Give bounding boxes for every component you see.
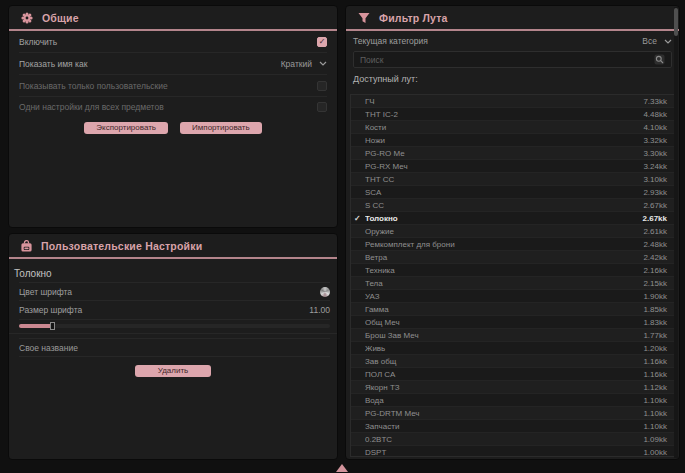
- loot-list-item[interactable]: Брош Зав Меч 1.77kk: [351, 329, 674, 342]
- loot-item-value: 1.09kk: [643, 435, 667, 444]
- loot-list-item[interactable]: Гамма 1.85kk: [351, 303, 674, 316]
- enable-checkbox[interactable]: [317, 37, 327, 47]
- category-row: Текущая категория Все: [353, 31, 672, 51]
- import-button[interactable]: Импортировать: [180, 122, 262, 134]
- loot-item-value: 1.20kk: [643, 344, 667, 353]
- loot-list-item[interactable]: DSPT 1.00kk: [351, 446, 674, 457]
- loot-list-item[interactable]: ТНТ СС 3.10kk: [351, 173, 674, 186]
- loot-list-item[interactable]: Ветра 2.42kk: [351, 251, 674, 264]
- font-size-value: 11.00: [309, 305, 330, 315]
- scrollbar-thumb[interactable]: [674, 8, 678, 36]
- loot-item-name: Толокно: [365, 214, 643, 223]
- loot-list-item[interactable]: Зав общ 1.16kk: [351, 355, 674, 368]
- color-wheel-icon[interactable]: [320, 287, 330, 297]
- search-icon[interactable]: [654, 54, 665, 65]
- loot-list-item[interactable]: Ножи 3.32kk: [351, 134, 674, 147]
- loot-item-name: PG-DRTM Меч: [365, 409, 643, 418]
- loot-item-value: 2.16kk: [643, 266, 667, 275]
- loot-item-value: 1.00kk: [643, 448, 667, 457]
- loot-item-value: 2.67kk: [643, 201, 667, 210]
- loot-list: ГЧ 7.33kk ТНТ IC-2 4.48kk Кости 4.10kk Н…: [350, 94, 675, 457]
- loot-item-name: ТНТ СС: [365, 175, 643, 184]
- category-label: Текущая категория: [353, 36, 428, 46]
- slider-fill: [19, 324, 52, 328]
- backpack-icon: [21, 240, 32, 252]
- funnel-icon: [358, 12, 370, 24]
- loot-item-value: 4.48kk: [643, 110, 667, 119]
- search-input[interactable]: [360, 55, 648, 65]
- available-loot-label: Доступный лут:: [353, 74, 672, 84]
- loot-item-value: 1.85kk: [643, 305, 667, 314]
- loot-list-item[interactable]: УАЗ 1.90kk: [351, 290, 674, 303]
- slider-handle[interactable]: [50, 322, 55, 330]
- loot-list-item[interactable]: Ремкомплект для брони 2.48kk: [351, 238, 674, 251]
- same-settings-checkbox[interactable]: [317, 102, 327, 112]
- panel-general-header: Общие: [9, 6, 337, 29]
- loot-item-value: 4.10kk: [643, 123, 667, 132]
- panel-general-title: Общие: [42, 12, 79, 24]
- loot-item-value: 1.10kk: [643, 422, 667, 431]
- loot-list-item[interactable]: ПОЛ СА 1.16kk: [351, 368, 674, 381]
- panel-filter-header: Фильтр Лута: [346, 6, 679, 29]
- loot-list-item[interactable]: Запчасти 1.10kk: [351, 420, 674, 433]
- loot-list-item[interactable]: Техника 2.16kk: [351, 264, 674, 277]
- loot-item-name: Брош Зав Меч: [365, 331, 643, 340]
- loot-list-item[interactable]: PG-DRTM Меч 1.10kk: [351, 407, 674, 420]
- only-custom-checkbox[interactable]: [317, 81, 327, 91]
- loot-list-item[interactable]: Общ Меч 1.83kk: [351, 316, 674, 329]
- loot-item-name: Ножи: [365, 136, 643, 145]
- loot-item-name: S СС: [365, 201, 643, 210]
- loot-item-name: Запчасти: [365, 422, 643, 431]
- loot-list-item[interactable]: Живь 1.20kk: [351, 342, 674, 355]
- loot-item-value: 7.33kk: [643, 97, 667, 106]
- name-display-select[interactable]: Краткий: [281, 59, 327, 69]
- loot-list-item[interactable]: ✓ Толокно 2.67kk: [351, 212, 674, 225]
- loot-item-value: 2.42kk: [643, 253, 667, 262]
- category-select[interactable]: Все: [642, 36, 672, 46]
- loot-list-item[interactable]: SCA 2.93kk: [351, 186, 674, 199]
- loot-item-value: 1.12kk: [643, 383, 667, 392]
- loot-list-item[interactable]: Вода 1.10kk: [351, 394, 674, 407]
- loot-list-item[interactable]: PG-RO Ме 3.30kk: [351, 147, 674, 160]
- check-icon: ✓: [354, 212, 361, 225]
- loot-item-value: 1.16kk: [643, 357, 667, 366]
- panel-loot-filter: Фильтр Лута Текущая категория Все Доступ…: [345, 5, 680, 460]
- loot-item-value: 1.90kk: [643, 292, 667, 301]
- loot-item-name: Ремкомплект для брони: [365, 240, 643, 249]
- setting-row-name-display: Показать имя как Краткий: [19, 53, 327, 75]
- loot-list-item[interactable]: 0.2BTC 1.09kk: [351, 433, 674, 446]
- category-value: Все: [642, 36, 657, 46]
- loot-list-item[interactable]: ГЧ 7.33kk: [351, 95, 674, 108]
- loot-item-name: Оружие: [365, 227, 643, 236]
- export-button[interactable]: Экспортировать: [84, 122, 168, 134]
- delete-button[interactable]: Удалить: [135, 365, 211, 377]
- loot-item-name: Вода: [365, 396, 643, 405]
- loot-list-item[interactable]: S СС 2.67kk: [351, 199, 674, 212]
- search-box: [353, 51, 672, 68]
- loot-list-item[interactable]: Тела 2.15kk: [351, 277, 674, 290]
- collapse-arrow-icon[interactable]: [336, 464, 348, 472]
- loot-item-value: 2.61kk: [643, 227, 667, 236]
- loot-item-name: ГЧ: [365, 97, 643, 106]
- loot-item-value: 3.30kk: [643, 149, 667, 158]
- loot-item-name: Техника: [365, 266, 643, 275]
- loot-item-name: Тела: [365, 279, 643, 288]
- loot-item-name: Якорн ТЗ: [365, 383, 643, 392]
- loot-item-value: 3.32kk: [643, 136, 667, 145]
- panel-custom-title: Пользовательские Настройки: [41, 240, 202, 252]
- enable-label: Включить: [19, 37, 57, 47]
- loot-item-name: PG-RX Меч: [365, 162, 643, 171]
- font-size-slider[interactable]: [19, 324, 330, 328]
- loot-list-item[interactable]: Оружие 2.61kk: [351, 225, 674, 238]
- pink-divider: [9, 257, 337, 259]
- loot-list-item[interactable]: Кости 4.10kk: [351, 121, 674, 134]
- loot-item-value: 2.15kk: [643, 279, 667, 288]
- panel-general: Общие Включить Показать имя как Краткий …: [8, 5, 338, 228]
- loot-item-value: 2.48kk: [643, 240, 667, 249]
- custom-name-input[interactable]: [78, 343, 330, 353]
- chevron-down-icon: [319, 61, 327, 66]
- loot-list-item[interactable]: PG-RX Меч 3.24kk: [351, 160, 674, 173]
- loot-list-item[interactable]: Якорн ТЗ 1.12kk: [351, 381, 674, 394]
- loot-list-item[interactable]: ТНТ IC-2 4.48kk: [351, 108, 674, 121]
- loot-item-name: Общ Меч: [365, 318, 643, 327]
